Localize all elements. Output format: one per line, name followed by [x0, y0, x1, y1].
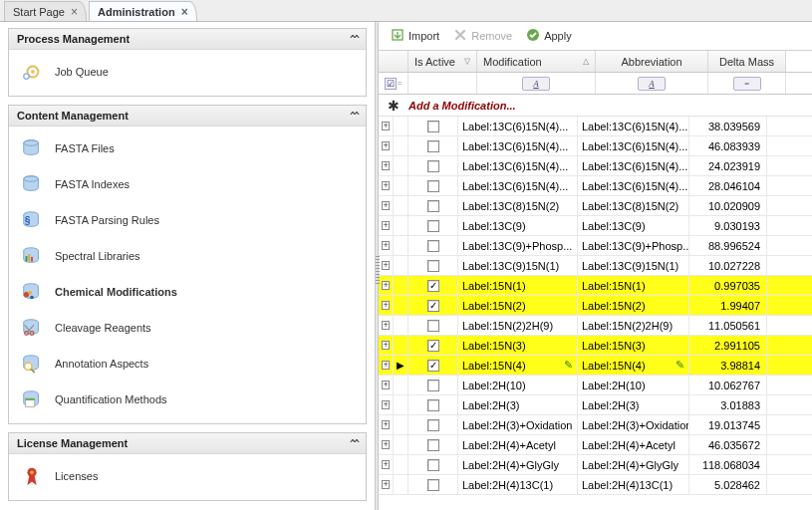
- modification-cell[interactable]: Label:2H(4)+GlyGly: [458, 455, 578, 474]
- abbreviation-cell[interactable]: Label:15N(1): [578, 276, 689, 295]
- table-row[interactable]: +Label:13C(9)+Phosp...Label:13C(9)+Phosp…: [379, 236, 812, 256]
- expand-cell[interactable]: +: [379, 136, 394, 155]
- filter-is-active[interactable]: [408, 73, 477, 94]
- is-active-cell[interactable]: [408, 415, 458, 434]
- abbreviation-cell[interactable]: Label:13C(6)15N(4)...: [578, 136, 689, 155]
- expand-cell[interactable]: +: [379, 296, 394, 315]
- section-header[interactable]: License Management ^^: [9, 433, 366, 454]
- filter-abbreviation[interactable]: A: [596, 73, 708, 94]
- is-active-cell[interactable]: [408, 376, 458, 394]
- modification-cell[interactable]: Label:2H(3)+Oxidation: [458, 415, 578, 434]
- is-active-cell[interactable]: [408, 176, 458, 195]
- table-row[interactable]: +▶✓Label:15N(4)✎Label:15N(4)✎3.98814: [379, 356, 812, 376]
- section-header[interactable]: Content Management ^^: [9, 106, 366, 127]
- modification-cell[interactable]: Label:13C(6)15N(4)...: [458, 156, 578, 175]
- section-header[interactable]: Process Management ^^: [9, 29, 366, 50]
- table-row[interactable]: +Label:2H(10)Label:2H(10)10.062767: [379, 376, 812, 395]
- modification-cell[interactable]: Label:2H(4)13C(1): [458, 475, 578, 494]
- abbreviation-cell[interactable]: Label:2H(10): [578, 376, 689, 394]
- tab-administration[interactable]: Administration ×: [89, 1, 197, 21]
- expand-cell[interactable]: +: [379, 356, 394, 375]
- is-active-cell[interactable]: ✓: [408, 296, 458, 315]
- abbreviation-cell[interactable]: Label:13C(9)+Phosp...: [578, 236, 689, 255]
- table-row[interactable]: +Label:13C(9)15N(1)Label:13C(9)15N(1)10.…: [379, 256, 812, 276]
- table-row[interactable]: +✓Label:15N(3)Label:15N(3)2.991105: [379, 336, 812, 356]
- table-row[interactable]: +Label:13C(6)15N(4)...Label:13C(6)15N(4)…: [379, 136, 812, 156]
- abbreviation-cell[interactable]: Label:15N(4)✎: [578, 356, 689, 375]
- expand-cell[interactable]: +: [379, 156, 394, 175]
- column-modification[interactable]: Modification △: [477, 51, 596, 72]
- expand-cell[interactable]: +: [379, 276, 394, 295]
- filter-modification[interactable]: A: [477, 73, 596, 94]
- abbreviation-cell[interactable]: Label:2H(3)+Oxidation: [578, 415, 689, 434]
- table-row[interactable]: +Label:15N(2)2H(9)Label:15N(2)2H(9)11.05…: [379, 316, 812, 336]
- sidebar-item-fasta-indexes[interactable]: FASTA Indexes: [9, 166, 366, 202]
- table-row[interactable]: +Label:2H(4)+GlyGlyLabel:2H(4)+GlyGly118…: [379, 455, 812, 475]
- abbreviation-cell[interactable]: Label:15N(2): [578, 296, 689, 315]
- table-row[interactable]: +Label:2H(4)13C(1)Label:2H(4)13C(1)5.028…: [379, 475, 812, 495]
- tab-start-page[interactable]: Start Page ×: [4, 1, 87, 21]
- modification-cell[interactable]: Label:13C(6)15N(4)...: [458, 117, 578, 135]
- is-active-cell[interactable]: [408, 256, 458, 275]
- sidebar-item-cleavage-reagents[interactable]: Cleavage Reagents: [9, 310, 366, 346]
- abbreviation-cell[interactable]: Label:2H(4)13C(1): [578, 475, 689, 494]
- sidebar-item-spectral-libraries[interactable]: Spectral Libraries: [9, 238, 366, 274]
- close-icon[interactable]: ×: [71, 6, 78, 18]
- is-active-cell[interactable]: [408, 136, 458, 155]
- abbreviation-cell[interactable]: Label:13C(6)15N(4)...: [578, 156, 689, 175]
- sidebar-item-quantification-methods[interactable]: Quantification Methods: [9, 382, 366, 417]
- table-row[interactable]: +Label:13C(9)Label:13C(9)9.030193: [379, 216, 812, 236]
- is-active-cell[interactable]: [408, 236, 458, 255]
- column-abbreviation[interactable]: Abbreviation: [596, 51, 708, 72]
- table-row[interactable]: +Label:13C(6)15N(4)...Label:13C(6)15N(4)…: [379, 156, 812, 176]
- table-row[interactable]: +Label:13C(8)15N(2)Label:13C(8)15N(2)10.…: [379, 196, 812, 216]
- abbreviation-cell[interactable]: Label:13C(6)15N(4)...: [578, 117, 689, 135]
- sidebar-item-job-queue[interactable]: Job Queue: [9, 54, 366, 90]
- table-row[interactable]: +Label:2H(3)+OxidationLabel:2H(3)+Oxidat…: [379, 415, 812, 435]
- sidebar-item-fasta-parsing-rules[interactable]: §FASTA Parsing Rules: [9, 202, 366, 238]
- modification-cell[interactable]: Label:13C(9): [458, 216, 578, 235]
- is-active-cell[interactable]: [408, 117, 458, 135]
- is-active-cell[interactable]: [408, 216, 458, 235]
- abbreviation-cell[interactable]: Label:13C(9)15N(1): [578, 256, 689, 275]
- splitter[interactable]: [375, 22, 379, 510]
- expand-cell[interactable]: +: [379, 336, 394, 355]
- sidebar-item-licenses[interactable]: Licenses: [9, 458, 366, 494]
- abbreviation-cell[interactable]: Label:2H(4)+GlyGly: [578, 455, 689, 474]
- expand-cell[interactable]: +: [379, 117, 394, 135]
- sidebar-item-annotation-aspects[interactable]: Annotation Aspects: [9, 346, 366, 382]
- modification-cell[interactable]: Label:15N(2): [458, 296, 578, 315]
- column-is-active[interactable]: Is Active ▽: [408, 51, 477, 72]
- is-active-cell[interactable]: ✓: [408, 356, 458, 375]
- filter-indicator[interactable]: ☑ =: [379, 73, 408, 94]
- modification-cell[interactable]: Label:15N(1): [458, 276, 578, 295]
- import-button[interactable]: Import: [387, 26, 443, 46]
- expand-cell[interactable]: +: [379, 435, 394, 454]
- table-row[interactable]: +✓Label:15N(1)Label:15N(1)0.997035: [379, 276, 812, 296]
- table-row[interactable]: +✓Label:15N(2)Label:15N(2)1.99407: [379, 296, 812, 316]
- add-modification-row[interactable]: ✱ Add a Modification...: [379, 95, 812, 117]
- sidebar-item-chemical-modifications[interactable]: Chemical Modifications: [9, 274, 366, 310]
- abbreviation-cell[interactable]: Label:13C(8)15N(2): [578, 196, 689, 215]
- table-row[interactable]: +Label:2H(3)Label:2H(3)3.01883: [379, 395, 812, 415]
- table-row[interactable]: +Label:13C(6)15N(4)...Label:13C(6)15N(4)…: [379, 117, 812, 136]
- abbreviation-cell[interactable]: Label:2H(4)+Acetyl: [578, 435, 689, 454]
- modification-cell[interactable]: Label:2H(10): [458, 376, 578, 394]
- modification-cell[interactable]: Label:15N(3): [458, 336, 578, 355]
- is-active-cell[interactable]: ✓: [408, 276, 458, 295]
- is-active-cell[interactable]: [408, 475, 458, 494]
- close-icon[interactable]: ×: [181, 6, 188, 18]
- is-active-cell[interactable]: [408, 316, 458, 335]
- is-active-cell[interactable]: [408, 156, 458, 175]
- modification-cell[interactable]: Label:15N(4)✎: [458, 356, 578, 375]
- modification-cell[interactable]: Label:2H(3): [458, 395, 578, 414]
- abbreviation-cell[interactable]: Label:15N(2)2H(9): [578, 316, 689, 335]
- modification-cell[interactable]: Label:13C(9)15N(1): [458, 256, 578, 275]
- is-active-cell[interactable]: [408, 455, 458, 474]
- filter-delta-mass[interactable]: =: [708, 73, 786, 94]
- modification-cell[interactable]: Label:2H(4)+Acetyl: [458, 435, 578, 454]
- expand-cell[interactable]: +: [379, 395, 394, 414]
- expand-cell[interactable]: +: [379, 316, 394, 335]
- sidebar-item-fasta-files[interactable]: FASTA Files: [9, 130, 366, 166]
- abbreviation-cell[interactable]: Label:13C(6)15N(4)...: [578, 176, 689, 195]
